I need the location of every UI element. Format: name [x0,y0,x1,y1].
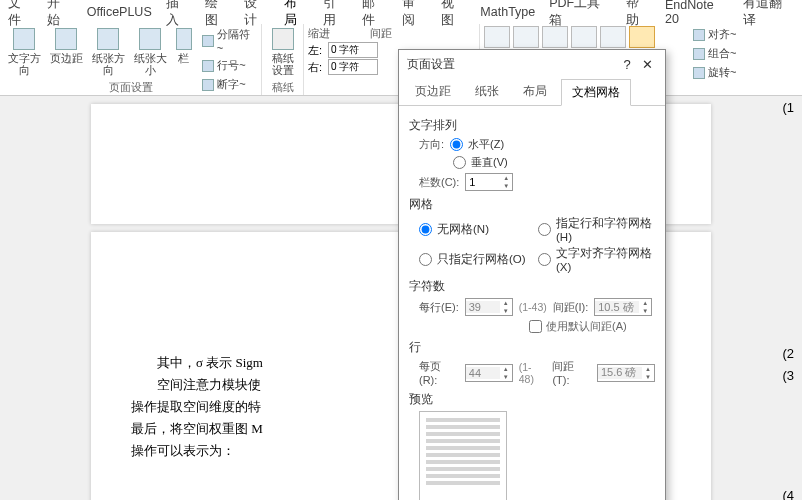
dialog-tab[interactable]: 布局 [513,79,557,105]
arrange-icon[interactable] [484,26,510,48]
dialog-tab[interactable]: 文档网格 [561,79,631,106]
arrange-icon[interactable] [600,26,626,48]
indent-right-input[interactable] [328,59,378,75]
help-icon[interactable]: ? [617,57,637,72]
align-button[interactable]: 对齐~ [690,26,739,43]
section-preview: 预览 [409,392,655,407]
direction-horizontal-radio[interactable]: 水平(Z) [450,137,504,152]
preview-box [419,411,507,500]
dialog-tab[interactable]: 页边距 [405,79,461,105]
arrange-icon[interactable] [629,26,655,48]
menu-item[interactable]: MathType [480,5,535,19]
section-text-arrange: 文字排列 [409,118,655,133]
section-chars: 字符数 [409,279,655,294]
columns-spinner[interactable]: ▲▼ [465,173,513,191]
close-icon[interactable]: ✕ [637,57,657,72]
arrange-icon[interactable] [571,26,597,48]
dialog-titlebar: 页面设置 ? ✕ [399,50,665,79]
dialog-title: 页面设置 [407,56,617,73]
menu-item[interactable]: EndNote 20 [665,0,729,26]
line-numbers-button[interactable]: 行号~ [199,57,257,74]
grid-char-align-radio[interactable]: 文字对齐字符网格(X) [538,246,655,273]
grid-none-radio[interactable]: 无网格(N) [419,216,536,243]
char-pitch-spinner[interactable]: ▲▼ [594,298,652,316]
equation-number: (4 [782,488,794,500]
grid-lines-only-radio[interactable]: 只指定行网格(O) [419,246,536,273]
grid-lines-chars-radio[interactable]: 指定行和字符网格(H) [538,216,655,243]
group-button[interactable]: 组合~ [690,45,739,62]
dialog-tab[interactable]: 纸张 [465,79,509,105]
direction-vertical-radio[interactable]: 垂直(V) [453,155,508,170]
arrange-icon[interactable] [513,26,539,48]
ribbon-group-page-setup: 文字方向 页边距 纸张方向 纸张大小 栏 分隔符~ 行号~ 断字~ 页面设置 [0,24,262,95]
chars-per-line-spinner[interactable]: ▲▼ [465,298,513,316]
section-lines: 行 [409,340,655,355]
menu-item[interactable]: OfficePLUS [87,5,152,19]
menu-bar: 文件开始OfficePLUS插入绘图设计布局引用邮件审阅视图MathTypePD… [0,0,802,24]
use-default-pitch-checkbox[interactable]: 使用默认间距(A) [529,319,627,334]
lines-per-page-spinner[interactable]: ▲▼ [465,364,513,382]
equation-number: (3 [782,368,794,383]
equation-number: (2 [782,346,794,361]
line-pitch-spinner[interactable]: ▲▼ [597,364,655,382]
group-label-manuscript: 稿纸 [262,80,303,95]
breaks-button[interactable]: 分隔符~ [199,26,257,55]
equation-number: (1 [782,100,794,115]
arrange-icon[interactable] [542,26,568,48]
dialog-tabs: 页边距纸张布局文档网格 [399,79,665,106]
section-grid: 网格 [409,197,655,212]
ribbon-group-manuscript: 稿纸 设置 稿纸 [262,24,304,95]
page-setup-dialog: 页面设置 ? ✕ 页边距纸张布局文档网格 文字排列 方向: 水平(Z) 垂直(V… [398,49,666,500]
group-label-page-setup: 页面设置 [0,80,261,95]
rotate-button[interactable]: 旋转~ [690,64,739,81]
indent-left-input[interactable] [328,42,378,58]
